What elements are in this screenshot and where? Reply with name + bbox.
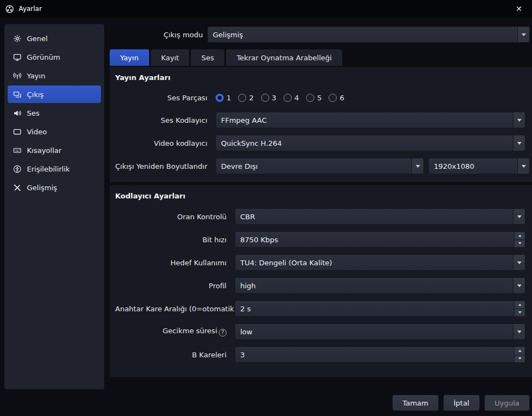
- sidebar-item-ses[interactable]: Ses: [8, 104, 101, 122]
- sidebar-item-video[interactable]: Video: [8, 123, 101, 140]
- ok-button[interactable]: Tamam: [392, 395, 439, 411]
- tab-kayit[interactable]: Kayıt: [151, 49, 190, 66]
- bitrate-label: Bit hızı: [115, 236, 231, 244]
- help-icon[interactable]: ?: [219, 329, 227, 337]
- bitrate-spinner: [235, 231, 525, 248]
- tab-ses[interactable]: Ses: [191, 49, 224, 66]
- spin-up-icon[interactable]: [514, 347, 525, 355]
- profile-value: high: [235, 278, 513, 293]
- audio-track-row: Ses Parçası 1 2 3 4 5 6: [115, 90, 525, 105]
- chevron-down-icon: [513, 135, 525, 151]
- broadcast-icon: [13, 71, 21, 80]
- audio-encoder-value: FFmpeg AAC: [216, 112, 513, 128]
- titlebar: Ayarlar ✕: [0, 0, 532, 18]
- audio-track-label: Ses Parçası: [115, 94, 212, 102]
- settings-content: Çıkış modu Gelişmiş Yayın Kayıt Ses Tekr…: [110, 22, 532, 416]
- radio-icon: [216, 94, 224, 102]
- chevron-down-icon: [517, 27, 529, 42]
- tab-label: Ses: [201, 54, 214, 62]
- audio-track-2[interactable]: 2: [238, 94, 253, 102]
- spin-buttons: [514, 301, 525, 316]
- encoder-settings-title: Kodlayıcı Ayarları: [115, 192, 525, 202]
- spin-down-icon[interactable]: [514, 240, 525, 248]
- sidebar-item-label: Çıkış: [27, 90, 44, 99]
- apply-button[interactable]: Uygula: [484, 395, 530, 411]
- spin-up-icon[interactable]: [514, 232, 525, 240]
- spin-down-icon[interactable]: [514, 309, 525, 317]
- profile-label: Profil: [115, 282, 231, 290]
- tab-tekrar-oynatma[interactable]: Tekrar Oynatma Arabelleği: [226, 49, 342, 66]
- tab-yayin[interactable]: Yayın: [110, 49, 149, 66]
- chevron-down-icon: [513, 278, 525, 293]
- sidebar-item-genel[interactable]: Genel: [8, 30, 101, 47]
- audio-track-3[interactable]: 3: [261, 94, 276, 102]
- radio-label: 4: [295, 94, 299, 102]
- output-icon: [13, 90, 21, 99]
- spin-buttons: [514, 347, 525, 362]
- radio-icon: [329, 94, 337, 102]
- spin-buttons: [514, 232, 525, 247]
- rescale-output-row: Çıkışı Yeniden Boyutlandır Devre Dışı 19…: [115, 158, 525, 174]
- latency-value: low: [235, 324, 513, 339]
- sidebar-item-erisilebilirlik[interactable]: Erişilebilirlik: [8, 160, 101, 178]
- rate-control-dropdown[interactable]: CBR: [235, 208, 525, 225]
- audio-track-1[interactable]: 1: [216, 94, 231, 102]
- profile-row: Profil high: [115, 277, 525, 294]
- sidebar-item-label: Kısayollar: [27, 146, 61, 155]
- accessibility-icon: [13, 164, 21, 173]
- profile-dropdown[interactable]: high: [235, 277, 525, 294]
- close-icon[interactable]: ✕: [511, 2, 527, 15]
- output-mode-label: Çıkış modu: [110, 31, 207, 39]
- audio-track-5[interactable]: 5: [306, 94, 321, 102]
- audio-track-4[interactable]: 4: [284, 94, 299, 102]
- output-tabs: Yayın Kayıt Ses Tekrar Oynatma Arabelleğ…: [110, 49, 532, 66]
- spin-up-icon[interactable]: [514, 301, 525, 309]
- bitrate-input[interactable]: [235, 232, 514, 247]
- target-usage-value: TU4: Dengeli (Orta Kalite): [235, 255, 513, 270]
- target-usage-row: Hedef Kullanımı TU4: Dengeli (Orta Kalit…: [115, 254, 525, 271]
- encoder-settings-panel: Kodlayıcı Ayarları Oran Kontrolü CBR Bit…: [110, 185, 532, 377]
- settings-sidebar: Genel Görünüm Yayın: [4, 24, 104, 389]
- spin-down-icon[interactable]: [514, 355, 525, 363]
- stream-settings-title: Yayın Ayarları: [115, 73, 525, 83]
- sidebar-item-cikis[interactable]: Çıkış: [8, 86, 101, 103]
- audio-track-6[interactable]: 6: [329, 94, 344, 102]
- b-frames-row: B Kareleri: [115, 346, 525, 363]
- output-mode-dropdown[interactable]: Gelişmiş: [207, 26, 530, 43]
- b-frames-input[interactable]: [235, 347, 514, 362]
- latency-label: Gecikme süresi?: [115, 327, 231, 337]
- sidebar-item-gorunum[interactable]: Görünüm: [8, 48, 101, 66]
- bitrate-row: Bit hızı: [115, 231, 525, 248]
- dialog-footer: Tamam İptal Uygula: [392, 395, 530, 411]
- keyframe-interval-row: Anahtar Kare Aralığı (0=otomatik): [115, 300, 525, 317]
- audio-encoder-row: Ses Kodlayıcı FFmpeg AAC: [115, 112, 525, 128]
- video-icon: [13, 127, 21, 136]
- radio-label: 5: [317, 94, 321, 102]
- b-frames-label: B Kareleri: [115, 351, 231, 359]
- audio-encoder-label: Ses Kodlayıcı: [115, 116, 212, 124]
- gear-icon: [13, 34, 21, 43]
- radio-label: 1: [227, 94, 231, 102]
- sidebar-item-yayin[interactable]: Yayın: [8, 67, 101, 84]
- sidebar-item-kisayollar[interactable]: Kısayollar: [8, 141, 101, 159]
- cancel-button[interactable]: İptal: [443, 395, 480, 411]
- latency-row: Gecikme süresi? low: [115, 323, 525, 340]
- tab-label: Tekrar Oynatma Arabelleği: [236, 54, 332, 62]
- sidebar-item-label: Genel: [27, 35, 48, 43]
- speaker-icon: [13, 109, 21, 117]
- target-usage-dropdown[interactable]: TU4: Dengeli (Orta Kalite): [235, 254, 525, 271]
- chevron-down-icon: [411, 158, 423, 174]
- latency-dropdown[interactable]: low: [235, 323, 525, 340]
- rescale-resolution-value: 1920x1080: [429, 158, 517, 174]
- video-encoder-dropdown[interactable]: QuickSync H.264: [216, 135, 525, 151]
- rescale-resolution-dropdown[interactable]: 1920x1080: [428, 158, 530, 174]
- rescale-output-dropdown[interactable]: Devre Dışı: [216, 158, 424, 174]
- keyframe-interval-input[interactable]: [235, 301, 514, 316]
- keyboard-icon: [13, 146, 21, 155]
- tab-label: Kayıt: [161, 54, 179, 62]
- radio-icon: [306, 94, 314, 102]
- radio-icon: [238, 94, 246, 102]
- sidebar-item-gelismis[interactable]: Gelişmiş: [8, 179, 101, 196]
- audio-encoder-dropdown[interactable]: FFmpeg AAC: [216, 112, 525, 128]
- chevron-down-icon: [513, 209, 525, 224]
